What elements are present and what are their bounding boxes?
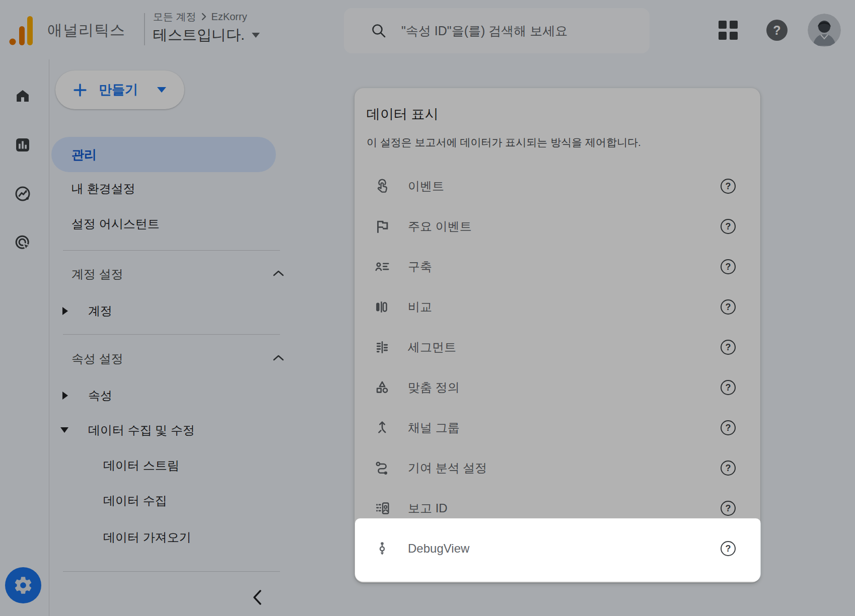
question-glyph: ? (726, 423, 731, 433)
question-glyph: ? (726, 463, 731, 474)
nav-divider (63, 334, 280, 335)
collapse-arrow-icon[interactable] (60, 427, 68, 433)
question-glyph: ? (726, 382, 731, 393)
row-label: 맞춤 정의 (408, 379, 460, 396)
nav-item-property[interactable]: 속성 (88, 389, 112, 403)
audience-icon (374, 258, 391, 275)
explore-icon[interactable] (12, 183, 34, 205)
nav-item-admin[interactable]: 관리 (51, 137, 276, 172)
row-label: 비교 (408, 299, 432, 315)
row-events[interactable]: 이벤트 ? (354, 166, 760, 206)
avatar[interactable] (808, 14, 841, 47)
account-switcher[interactable]: 모든 계정 EzKorry 테스트입니다. (153, 10, 260, 45)
row-attribution-settings[interactable]: 기여 분석 설정 ? (354, 448, 760, 488)
home-icon[interactable] (12, 85, 34, 107)
question-glyph: ? (726, 342, 731, 353)
chevron-up-icon[interactable] (272, 270, 284, 277)
help-icon[interactable]: ? (721, 219, 736, 234)
row-label: 기여 분석 설정 (408, 460, 487, 476)
nav-item-label: 관리 (72, 146, 97, 163)
help-icon[interactable]: ? (721, 179, 736, 194)
create-dropdown-icon[interactable] (157, 87, 166, 93)
section-property-settings[interactable]: 속성 설정 (72, 352, 123, 366)
grid-square (719, 32, 727, 40)
nav-item-data-collection-modification[interactable]: 데이터 수집 및 수정 (88, 423, 195, 437)
breadcrumb-account: EzKorry (211, 11, 247, 23)
row-key-events[interactable]: 주요 이벤트 ? (354, 206, 760, 247)
help-icon[interactable]: ? (721, 541, 736, 556)
row-label: 세그먼트 (408, 339, 456, 355)
admin-settings-gear-icon[interactable] (5, 567, 41, 603)
row-label: 이벤트 (408, 178, 444, 194)
help-icon[interactable]: ? (721, 259, 736, 274)
segment-icon (374, 339, 391, 356)
row-label: 채널 그룹 (408, 420, 460, 436)
nav-item-data-collection[interactable]: 데이터 수집 (103, 494, 167, 508)
id-badge-icon (374, 500, 391, 517)
row-label: 보고 ID (408, 500, 448, 516)
card-description: 이 설정은 보고서에 데이터가 표시되는 방식을 제어합니다. (367, 135, 641, 149)
data-display-card: 데이터 표시 이 설정은 보고서에 데이터가 표시되는 방식을 제어합니다. 이… (354, 88, 760, 583)
analytics-admin-page: 애널리틱스 모든 계정 EzKorry 테스트입니다. "속성 ID"을(를) … (0, 0, 855, 616)
reports-bar-chart-icon[interactable] (12, 134, 34, 156)
row-segments[interactable]: 세그먼트 ? (354, 327, 760, 367)
grid-square (730, 21, 738, 29)
question-glyph: ? (726, 302, 731, 313)
question-glyph: ? (726, 221, 731, 232)
row-debugview[interactable]: DebugView ? (354, 528, 760, 569)
debug-track-icon (374, 540, 391, 557)
compare-icon (374, 298, 391, 316)
help-icon[interactable]: ? (721, 501, 736, 516)
flag-icon (374, 218, 391, 235)
help-icon[interactable]: ? (721, 299, 736, 315)
advertising-icon[interactable] (12, 232, 34, 254)
row-comparisons[interactable]: 비교 ? (354, 287, 760, 327)
nav-item-data-streams[interactable]: 데이터 스트림 (103, 458, 179, 473)
expand-arrow-icon[interactable] (62, 307, 68, 315)
nav-divider (63, 250, 280, 251)
create-button[interactable]: 만들기 (55, 70, 184, 109)
apps-grid-icon[interactable] (719, 21, 738, 40)
expand-arrow-icon[interactable] (62, 392, 68, 400)
nav-item-my-preferences[interactable]: 내 환경설정 (72, 182, 135, 196)
question-glyph: ? (726, 503, 731, 514)
row-channel-groups[interactable]: 채널 그룹 ? (354, 408, 760, 448)
chevron-down-icon (252, 33, 260, 38)
grid-square (730, 32, 738, 40)
shapes-icon (374, 379, 391, 396)
question-glyph: ? (726, 544, 731, 554)
plus-icon (73, 83, 88, 98)
question-glyph: ? (773, 23, 780, 38)
help-icon[interactable]: ? (721, 460, 736, 476)
route-icon (374, 459, 391, 477)
help-icon[interactable]: ? (721, 380, 736, 395)
header-help-icon[interactable]: ? (766, 20, 788, 41)
row-label: 구축 (408, 259, 432, 275)
section-account-settings[interactable]: 계정 설정 (72, 267, 123, 281)
row-label: DebugView (408, 542, 469, 556)
nav-item-data-import[interactable]: 데이터 가져오기 (103, 530, 191, 545)
nav-item-account[interactable]: 계정 (88, 304, 112, 318)
tap-icon (374, 178, 391, 195)
header-divider (144, 13, 145, 45)
question-glyph: ? (726, 181, 731, 192)
nav-divider (63, 571, 280, 572)
breadcrumb-root: 모든 계정 (153, 10, 196, 24)
nav-item-setup-assistant[interactable]: 설정 어시스턴트 (72, 217, 160, 231)
search-placeholder: "속성 ID"을(를) 검색해 보세요 (401, 23, 567, 39)
row-audiences[interactable]: 구축 ? (354, 247, 760, 287)
help-icon[interactable]: ? (721, 420, 736, 435)
question-glyph: ? (726, 262, 731, 272)
chevron-right-icon (200, 12, 207, 21)
create-label: 만들기 (99, 81, 138, 99)
product-name: 애널리틱스 (47, 20, 125, 41)
row-reporting-identity[interactable]: 보고 ID ? (354, 488, 760, 528)
collapse-nav-chevron-icon[interactable] (248, 588, 267, 607)
help-icon[interactable]: ? (721, 340, 736, 355)
breadcrumb: 모든 계정 EzKorry (153, 10, 260, 23)
chevron-up-icon[interactable] (272, 354, 284, 361)
property-name: 테스트입니다. (153, 25, 245, 45)
search-bar[interactable]: "속성 ID"을(를) 검색해 보세요 (344, 8, 650, 53)
analytics-logo-icon (8, 13, 41, 46)
row-custom-definitions[interactable]: 맞춤 정의 ? (354, 367, 760, 408)
